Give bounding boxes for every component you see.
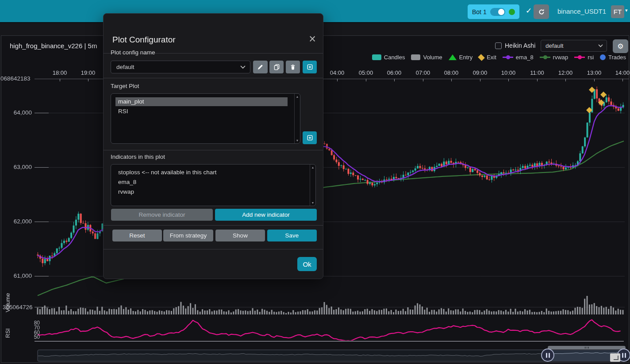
plot-config-quick-select[interactable]: default	[541, 40, 607, 52]
time-tick: 08:00	[441, 69, 462, 76]
rect-marker-icon	[411, 54, 420, 60]
target-plot-option[interactable]: main_plot	[115, 97, 288, 106]
volume-axis-max-label: 068642183	[0, 75, 31, 82]
bot-toggle[interactable]	[490, 8, 505, 16]
indicator-option[interactable]: rvwap	[115, 188, 303, 196]
time-tick: 12:00	[555, 69, 576, 76]
time-tick: 19:00	[77, 69, 99, 76]
scroll-up-icon[interactable]: ▲	[311, 166, 315, 169]
time-tick: 13:00	[584, 69, 605, 76]
reset-button[interactable]: Reset	[112, 230, 162, 241]
trash-icon	[290, 64, 296, 70]
legend-item-ema_8[interactable]: ema_8	[503, 54, 534, 61]
target-plot-label: Target Plot	[111, 83, 139, 89]
volume-pane-label: Volume	[4, 287, 11, 312]
legend-item-rsi[interactable]: rsi	[574, 54, 594, 61]
delete-config-button[interactable]	[286, 61, 300, 73]
time-tick: 06:00	[384, 69, 405, 76]
close-icon[interactable]: ×	[309, 33, 316, 45]
legend-label: rsi	[588, 54, 594, 61]
legend-label: Volume	[423, 54, 442, 61]
add-new-indicator-button[interactable]: Add new indicator	[215, 209, 317, 221]
refresh-icon	[538, 8, 545, 15]
ok-button[interactable]: Ok	[297, 257, 317, 271]
price-tick: 62,000	[1, 218, 32, 225]
plus-square-icon	[307, 64, 313, 70]
legend-item-Candles[interactable]: Candles	[372, 54, 405, 61]
time-tick: 18:00	[49, 69, 70, 76]
gear-icon: ⚙	[617, 42, 623, 50]
copy-icon	[273, 64, 280, 70]
refresh-button[interactable]	[534, 4, 549, 19]
datazoom-handle-left[interactable]	[541, 349, 554, 362]
plot-configurator-modal: Plot Configurator × Plot config name def…	[103, 13, 323, 279]
heikin-ashi-checkbox[interactable]	[495, 42, 502, 49]
time-tick: 14:00	[612, 69, 630, 76]
indicators-listbox[interactable]: stoploss <-- not available in this chart…	[111, 164, 316, 206]
legend-label: Exit	[487, 54, 496, 61]
plot-config-name-select[interactable]: default	[111, 61, 250, 73]
diamond-marker-icon	[478, 54, 485, 61]
pause-icon	[622, 353, 623, 358]
scrollbar-grip-icon	[585, 347, 589, 349]
plot-settings-button[interactable]: ⚙	[613, 39, 628, 53]
time-tick: 10:00	[498, 69, 519, 76]
heikin-ashi-toggle[interactable]: Heikin Ashi	[495, 42, 535, 49]
save-button[interactable]: Save	[267, 230, 317, 241]
resize-grip[interactable]	[610, 353, 620, 362]
legend-item-Volume[interactable]: Volume	[411, 54, 442, 61]
caret-down-icon[interactable]: ▾	[625, 8, 628, 13]
legend-label: rvwap	[553, 54, 569, 61]
legend-label: Trades	[608, 54, 626, 61]
chevron-down-icon	[240, 65, 246, 69]
linedot-marker-icon	[574, 57, 585, 58]
pause-icon	[546, 353, 547, 358]
scroll-down-icon[interactable]: ▼	[311, 201, 315, 204]
from-strategy-button[interactable]: From strategy	[163, 230, 213, 241]
time-tick: 04:00	[327, 69, 348, 76]
indicator-option[interactable]: stoploss <-- not available in this chart	[115, 168, 303, 177]
rename-config-button[interactable]	[253, 61, 268, 73]
plot-config-quick-value: default	[545, 42, 564, 49]
legend-label: Entry	[459, 54, 472, 61]
time-tick: 09:00	[469, 69, 491, 76]
remove-indicator-button[interactable]: Remove indicator	[111, 209, 213, 221]
legend-item-Entry[interactable]: Entry	[449, 54, 472, 61]
legend-item-Exit[interactable]: Exit	[479, 54, 496, 61]
circle-marker-icon	[600, 54, 606, 60]
legend-item-Trades[interactable]: Trades	[600, 54, 626, 61]
ft-logo-button[interactable]: FT	[611, 5, 624, 18]
price-tick: 64,000	[1, 109, 32, 116]
time-tick: 07:00	[412, 69, 434, 76]
target-plot-listbox[interactable]: main_plotRSI ▲ ▼	[111, 93, 300, 144]
current-pair-label: binance_USDT1	[557, 8, 606, 15]
bot-selector[interactable]: Bot 1	[468, 4, 519, 19]
listbox-scrollbar[interactable]: ▲ ▼	[310, 165, 315, 206]
chevron-down-icon	[598, 44, 603, 47]
listbox-scrollbar[interactable]: ▲ ▼	[294, 94, 300, 143]
scroll-down-icon[interactable]: ▼	[296, 139, 299, 142]
horizontal-scrollbar[interactable]	[548, 346, 626, 349]
add-target-plot-button[interactable]	[303, 131, 317, 144]
chart-title: high_frog_binance_v226 | 5m	[10, 42, 97, 50]
pencil-icon	[257, 64, 264, 70]
bot-online-dot	[509, 9, 515, 15]
indicator-option[interactable]: ema_8	[115, 178, 303, 187]
plus-square-icon	[307, 134, 313, 141]
duplicate-config-button[interactable]	[269, 61, 284, 73]
modal-title: Plot Configurator	[112, 35, 176, 45]
legend-label: ema_8	[516, 54, 534, 61]
price-tick: 63,000	[1, 164, 32, 170]
plot-config-name-label: Plot config name	[111, 49, 155, 56]
add-config-button[interactable]	[303, 61, 317, 73]
time-tick: 05:00	[355, 69, 376, 76]
price-tick: 61,000	[1, 272, 32, 279]
show-button[interactable]: Show	[215, 230, 265, 241]
bot-name-label: Bot 1	[472, 8, 487, 15]
heikin-ashi-label: Heikin Ashi	[505, 42, 535, 49]
scroll-up-icon[interactable]: ▲	[296, 95, 299, 98]
target-plot-option[interactable]: RSI	[115, 107, 288, 116]
legend-item-rvwap[interactable]: rvwap	[540, 54, 569, 61]
rect-marker-icon	[372, 54, 381, 60]
toggle-knob	[498, 9, 504, 15]
